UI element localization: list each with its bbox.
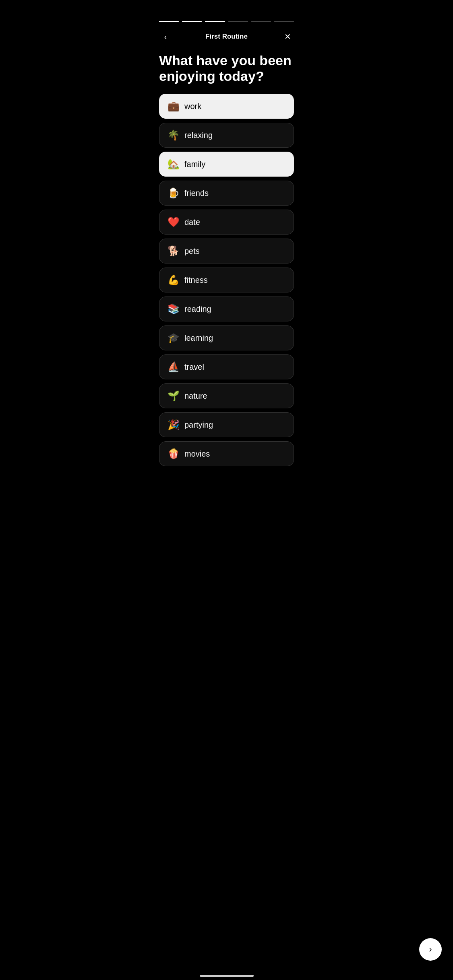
progress-segment-4 bbox=[228, 21, 248, 22]
option-emoji-partying: 🎉 bbox=[168, 420, 180, 430]
option-label-fitness: fitness bbox=[184, 276, 208, 285]
option-emoji-nature: 🌱 bbox=[168, 391, 180, 401]
option-emoji-learning: 🎓 bbox=[168, 333, 180, 343]
progress-bar-container bbox=[151, 18, 302, 25]
option-emoji-date: ❤️ bbox=[168, 217, 180, 227]
option-emoji-family: 🏡 bbox=[168, 159, 180, 169]
option-label-pets: pets bbox=[184, 247, 200, 256]
option-item-reading[interactable]: 📚reading bbox=[159, 296, 294, 321]
option-label-date: date bbox=[184, 218, 200, 227]
option-emoji-friends: 🍺 bbox=[168, 188, 180, 198]
progress-segment-5 bbox=[251, 21, 271, 22]
option-emoji-travel: ⛵ bbox=[168, 362, 180, 372]
option-item-learning[interactable]: 🎓learning bbox=[159, 325, 294, 350]
progress-segment-2 bbox=[182, 21, 202, 22]
option-label-movies: movies bbox=[184, 449, 210, 459]
option-item-travel[interactable]: ⛵travel bbox=[159, 354, 294, 379]
option-emoji-work: 💼 bbox=[168, 101, 180, 111]
option-emoji-fitness: 💪 bbox=[168, 275, 180, 285]
option-item-family[interactable]: 🏡family bbox=[159, 152, 294, 177]
option-item-work[interactable]: 💼work bbox=[159, 94, 294, 119]
status-bar bbox=[151, 0, 302, 18]
option-label-travel: travel bbox=[184, 362, 204, 372]
nav-title: First Routine bbox=[205, 33, 248, 41]
option-label-learning: learning bbox=[184, 334, 213, 343]
option-label-partying: partying bbox=[184, 420, 213, 430]
option-item-fitness[interactable]: 💪fitness bbox=[159, 268, 294, 292]
option-emoji-relaxing: 🌴 bbox=[168, 130, 180, 140]
close-button[interactable]: ✕ bbox=[281, 30, 294, 43]
progress-segment-3 bbox=[205, 21, 225, 22]
option-item-pets[interactable]: 🐕pets bbox=[159, 239, 294, 264]
option-item-friends[interactable]: 🍺friends bbox=[159, 181, 294, 206]
options-list: 💼work🌴relaxing🏡family🍺friends❤️date🐕pets… bbox=[151, 94, 302, 506]
option-label-relaxing: relaxing bbox=[184, 131, 213, 140]
option-emoji-pets: 🐕 bbox=[168, 246, 180, 256]
option-item-movies[interactable]: 🍿movies bbox=[159, 441, 294, 466]
nav-bar: ‹ First Routine ✕ bbox=[151, 27, 302, 49]
progress-segment-6 bbox=[274, 21, 294, 22]
back-button[interactable]: ‹ bbox=[159, 30, 172, 43]
progress-segment-1 bbox=[159, 21, 179, 22]
option-item-partying[interactable]: 🎉partying bbox=[159, 412, 294, 437]
option-emoji-reading: 📚 bbox=[168, 304, 180, 314]
option-item-nature[interactable]: 🌱nature bbox=[159, 383, 294, 408]
page-heading: What have you been enjoying today? bbox=[151, 49, 302, 94]
option-item-date[interactable]: ❤️date bbox=[159, 210, 294, 235]
option-label-friends: friends bbox=[184, 189, 209, 198]
option-label-work: work bbox=[184, 102, 201, 111]
option-label-family: family bbox=[184, 160, 205, 169]
option-label-reading: reading bbox=[184, 305, 211, 314]
option-item-relaxing[interactable]: 🌴relaxing bbox=[159, 123, 294, 148]
option-emoji-movies: 🍿 bbox=[168, 449, 180, 459]
option-label-nature: nature bbox=[184, 391, 207, 401]
